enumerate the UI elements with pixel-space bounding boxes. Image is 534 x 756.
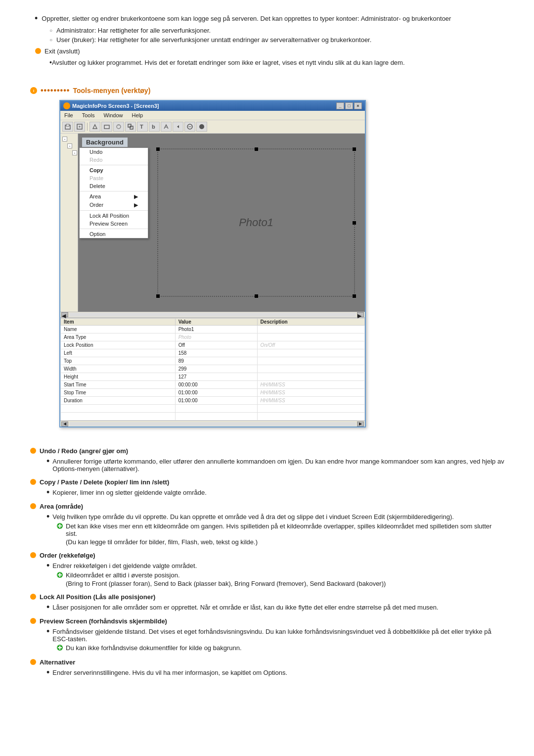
menu-option[interactable]: Option: [80, 230, 148, 238]
copy-paste-icon: [30, 478, 40, 487]
lock-title: Lock All Position (Lås alle posisjoner): [40, 593, 155, 601]
svg-point-30: [30, 618, 36, 624]
preview-item-1: • Forhåndsviser gjeldende tilstand. Det …: [46, 628, 504, 643]
preview-dot: •: [46, 627, 49, 636]
prop-desc-name: [257, 326, 364, 333]
tree-item-3[interactable]: -: [70, 149, 78, 156]
desc-container: Undo / Redo (angre/ gjør om) • Annullere…: [30, 447, 504, 677]
svg-rect-4: [66, 124, 69, 126]
canvas-photo-region: Photo1: [157, 148, 355, 297]
svg-rect-12: [128, 124, 131, 127]
undo-redo-text: Annullerer forrige utførte kommando, ell…: [52, 458, 504, 472]
desc-order-header: Order (rekkefølge): [30, 552, 504, 560]
hscroll-left[interactable]: ◀: [61, 312, 68, 317]
desc-alternativer: Alternativer • Endrer serverinnstillinge…: [30, 659, 504, 677]
tree-expand-1[interactable]: -: [62, 137, 67, 142]
prop-row-starttime: Start Time 00:00:00 HH/MM/SS: [61, 381, 365, 389]
prop-hscroll-left[interactable]: ◀: [61, 422, 68, 426]
menu-lock-all[interactable]: Lock All Position: [80, 212, 148, 220]
maximize-button[interactable]: □: [345, 102, 353, 109]
toolbar-btn-2[interactable]: [74, 122, 85, 132]
app-menubar: File Tools Window Help: [60, 111, 365, 120]
menu-area[interactable]: Area▶: [80, 192, 148, 201]
toolbar-btn-6[interactable]: [125, 122, 136, 132]
copy-paste-dot: •: [46, 488, 49, 497]
toolbar-btn-11[interactable]: [184, 122, 195, 132]
app-body: - - - Background Photo1: [60, 134, 365, 312]
hscroll-right[interactable]: ▶: [357, 312, 364, 317]
toolbar-btn-9[interactable]: [161, 122, 172, 132]
menu-copy[interactable]: Copy: [80, 166, 148, 174]
handle-tl: [156, 147, 160, 151]
svg-point-0: [35, 48, 41, 54]
toolbar-btn-3[interactable]: [89, 122, 100, 132]
prop-header-value: Value: [175, 319, 257, 326]
toolbar-btn-4[interactable]: [101, 122, 112, 132]
alternativer-title: Alternativer: [40, 659, 75, 666]
menu-order[interactable]: Order▶: [80, 201, 148, 209]
menu-tools[interactable]: Tools: [80, 112, 97, 119]
menu-redo: Redo: [80, 156, 148, 164]
tree-expand-3[interactable]: -: [72, 150, 77, 155]
menu-help[interactable]: Help: [130, 112, 145, 119]
svg-point-21: [30, 503, 36, 509]
hscroll-track: [69, 313, 356, 317]
desc-undo-redo: Undo / Redo (angre/ gjør om) • Annullere…: [30, 447, 504, 472]
alternativer-dot: •: [46, 668, 49, 677]
circle-dot-1-1: ○: [49, 28, 52, 33]
menu-sep-2: [80, 191, 148, 191]
toolbar-btn-7[interactable]: T: [137, 122, 148, 132]
minimize-button[interactable]: _: [336, 102, 344, 109]
prop-item-starttime: Start Time: [61, 381, 176, 389]
undo-redo-icon: [30, 447, 40, 456]
desc-preview-header: Preview Screen (forhåndsvis skjermbilde): [30, 617, 504, 626]
prop-row-height: Height 127: [61, 373, 365, 381]
top-bullet-2-text: Exit (avslutt): [44, 47, 80, 55]
toolbar-btn-10[interactable]: [173, 122, 183, 132]
close-button[interactable]: ×: [354, 102, 362, 109]
menu-sep-3: [80, 210, 148, 211]
menu-delete[interactable]: Delete: [80, 182, 148, 190]
prop-row-top: Top 89: [61, 357, 365, 365]
canvas-hscrollbar[interactable]: ◀ ▶: [60, 312, 365, 318]
desc-lock: Lock All Position (Lås alle posisjoner) …: [30, 593, 504, 612]
app-window: MagicInfoPro Screen3 - [Screen3] _ □ × F…: [59, 100, 366, 427]
top-sub-bullet-1-1: ○ Administrator: Har rettigheter for all…: [49, 27, 504, 34]
menu-preview[interactable]: Preview Screen: [80, 220, 148, 228]
order-title: Order (rekkefølge): [40, 552, 95, 559]
tools-section-title: Tools-menyen (verktøy): [73, 87, 150, 94]
prop-desc-height: [257, 373, 364, 381]
preview-text: Forhåndsviser gjeldende tilstand. Det vi…: [52, 628, 504, 643]
menu-file[interactable]: File: [62, 112, 75, 119]
order-text: Endrer rekkefølgen i det gjeldende valgt…: [52, 562, 197, 569]
toolbar-btn-1[interactable]: [62, 122, 73, 132]
prop-hscroll-right[interactable]: ▶: [357, 422, 364, 426]
area-item-1: • Velg hvilken type område du vil oppret…: [46, 513, 504, 521]
prop-value-top: 89: [175, 357, 257, 365]
area-dot: •: [46, 512, 49, 521]
prop-value-height: 127: [175, 373, 257, 381]
tools-dropdown-menu[interactable]: Undo Redo Copy Paste Delete Area▶ Order▶…: [79, 147, 148, 238]
prop-hscrollbar[interactable]: ◀ ▶: [60, 421, 365, 426]
toolbar-btn-8[interactable]: b: [149, 122, 160, 132]
area-subitem-note: (Du kan legge til områder for bilder, fi…: [66, 538, 504, 546]
menu-undo[interactable]: Undo: [80, 148, 148, 156]
tree-item-1[interactable]: -: [60, 136, 78, 142]
handle-tm: [255, 147, 258, 151]
menu-window[interactable]: Window: [101, 112, 125, 119]
desc-area: Area (område) • Velg hvilken type område…: [30, 503, 504, 546]
desc-copy-paste: Copy / Paste / Delete (kopier/ lim inn /…: [30, 478, 504, 497]
desc-order: Order (rekkefølge) • Endrer rekkefølgen …: [30, 552, 504, 587]
prop-desc-starttime: HH/MM/SS: [257, 381, 364, 389]
desc-preview-body: • Forhåndsviser gjeldende tilstand. Det …: [42, 628, 504, 653]
desc-copy-paste-body: • Kopierer, limer inn og sletter gjelden…: [42, 489, 504, 497]
canvas-with-menu: Background Photo1 Undo: [78, 134, 365, 312]
area-text: Velg hvilken type område du vil opprette…: [52, 513, 454, 520]
svg-point-34: [30, 659, 36, 665]
tree-item-2[interactable]: -: [65, 142, 78, 149]
toolbar-btn-5[interactable]: [113, 122, 124, 132]
tree-expand-2[interactable]: -: [67, 143, 72, 148]
win-buttons[interactable]: _ □ ×: [336, 102, 362, 109]
preview-title: Preview Screen (forhåndsvis skjermbilde): [40, 617, 167, 625]
toolbar-btn-12[interactable]: [196, 122, 207, 132]
